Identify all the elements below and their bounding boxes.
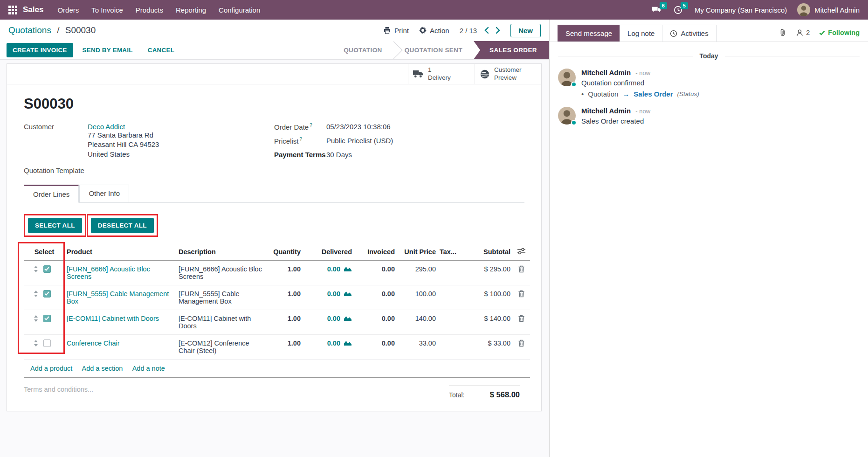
- send-message-button[interactable]: Send message: [558, 25, 620, 42]
- optional-columns-icon[interactable]: [512, 243, 530, 261]
- quantity-cell[interactable]: 1.00: [265, 334, 303, 359]
- tab-order-lines[interactable]: Order Lines: [24, 185, 79, 203]
- drag-handle-icon[interactable]: [34, 291, 38, 297]
- row-select-checkbox[interactable]: [43, 290, 51, 298]
- step-sales-order[interactable]: SALES ORDER: [474, 41, 549, 59]
- delivered-cell[interactable]: 0.00: [327, 265, 340, 273]
- message-author[interactable]: Mitchell Admin: [581, 69, 631, 76]
- product-link[interactable]: [FURN_6666] Acoustic Bloc Screens: [67, 265, 150, 280]
- menu-orders[interactable]: Orders: [57, 6, 79, 14]
- invoiced-cell[interactable]: 0.00: [354, 260, 397, 285]
- row-select-checkbox[interactable]: [43, 315, 51, 322]
- unit-price-cell[interactable]: 100.00: [397, 285, 438, 310]
- payment-terms-value[interactable]: 30 Days: [326, 151, 352, 159]
- pager-previous-icon[interactable]: [484, 27, 489, 34]
- add-a-product-link[interactable]: Add a product: [30, 365, 72, 372]
- customer-link[interactable]: Deco Addict: [88, 123, 159, 131]
- invoiced-cell[interactable]: 0.00: [354, 285, 397, 310]
- step-quotation-sent[interactable]: QUOTATION SENT: [393, 41, 474, 59]
- row-select-checkbox[interactable]: [43, 265, 51, 273]
- delivered-cell[interactable]: 0.00: [327, 290, 340, 298]
- header-select[interactable]: Select: [24, 243, 65, 261]
- pager-next-icon[interactable]: [496, 27, 500, 34]
- add-a-section-link[interactable]: Add a section: [82, 365, 123, 372]
- header-product[interactable]: Product: [65, 243, 177, 261]
- header-invoiced[interactable]: Invoiced: [354, 243, 397, 261]
- header-unit-price[interactable]: Unit Price: [397, 243, 438, 261]
- invoiced-cell[interactable]: 0.00: [354, 310, 397, 334]
- select-all-button[interactable]: SELECT ALL: [28, 218, 82, 233]
- delivery-smart-button[interactable]: 1 Delivery: [408, 64, 475, 84]
- header-taxes[interactable]: Tax...: [438, 243, 461, 261]
- row-select-checkbox[interactable]: [43, 339, 51, 347]
- terms-and-conditions-input[interactable]: Terms and conditions...: [24, 386, 93, 399]
- forecast-chart-icon[interactable]: [344, 266, 352, 272]
- apps-menu-icon[interactable]: [8, 6, 17, 14]
- order-date-value[interactable]: 05/23/2023 10:38:06: [326, 123, 391, 131]
- header-delivered[interactable]: Delivered: [303, 243, 354, 261]
- add-a-note-link[interactable]: Add a note: [132, 365, 165, 372]
- delete-row-icon[interactable]: [518, 315, 525, 322]
- forecast-chart-icon[interactable]: [344, 291, 352, 297]
- drag-handle-icon[interactable]: [34, 340, 38, 346]
- description-cell[interactable]: [FURN_6666] Acoustic Bloc Screens: [177, 260, 265, 285]
- breadcrumb-quotations[interactable]: Quotations: [8, 25, 51, 35]
- activities-button[interactable]: Activities: [662, 25, 716, 42]
- step-quotation[interactable]: QUOTATION: [332, 41, 393, 59]
- drag-handle-icon[interactable]: [34, 266, 38, 272]
- message-author[interactable]: Mitchell Admin: [581, 107, 631, 115]
- create-invoice-button[interactable]: CREATE INVOICE: [7, 43, 73, 57]
- delete-row-icon[interactable]: [518, 265, 525, 273]
- unit-price-cell[interactable]: 140.00: [397, 310, 438, 334]
- messages-icon[interactable]: 6: [651, 6, 661, 14]
- header-quantity[interactable]: Quantity: [265, 243, 303, 261]
- deselect-all-button[interactable]: DESELECT ALL: [91, 218, 154, 233]
- invoiced-cell[interactable]: 0.00: [354, 334, 397, 359]
- pricelist-value[interactable]: Public Pricelist (USD): [326, 137, 393, 145]
- header-subtotal[interactable]: Subtotal: [461, 243, 512, 261]
- new-button[interactable]: New: [510, 24, 541, 37]
- avatar[interactable]: [558, 107, 576, 125]
- user-menu[interactable]: Mitchell Admin: [814, 6, 860, 14]
- tab-other-info[interactable]: Other Info: [79, 185, 129, 202]
- app-name-sales[interactable]: Sales: [23, 5, 43, 14]
- description-cell[interactable]: [FURN_5555] Cable Management Box: [177, 285, 265, 310]
- cancel-button[interactable]: CANCEL: [142, 43, 180, 57]
- taxes-cell[interactable]: [438, 310, 461, 334]
- delivered-cell[interactable]: 0.00: [327, 339, 340, 347]
- customer-preview-smart-button[interactable]: Customer Preview: [475, 64, 541, 84]
- company-switcher[interactable]: My Company (San Francisco): [695, 6, 787, 14]
- quantity-cell[interactable]: 1.00: [265, 260, 303, 285]
- menu-reporting[interactable]: Reporting: [176, 6, 206, 14]
- followers-button[interactable]: 2: [796, 29, 810, 36]
- quantity-cell[interactable]: 1.00: [265, 285, 303, 310]
- product-link[interactable]: Conference Chair: [67, 339, 120, 347]
- taxes-cell[interactable]: [438, 260, 461, 285]
- description-cell[interactable]: [E-COM11] Cabinet with Doors: [177, 310, 265, 334]
- delete-row-icon[interactable]: [518, 339, 525, 347]
- menu-products[interactable]: Products: [136, 6, 163, 14]
- forecast-chart-icon[interactable]: [344, 340, 352, 346]
- taxes-cell[interactable]: [438, 285, 461, 310]
- log-note-button[interactable]: Log note: [620, 25, 662, 42]
- quantity-cell[interactable]: 1.00: [265, 310, 303, 334]
- activities-clock-icon[interactable]: 5: [674, 6, 682, 14]
- unit-price-cell[interactable]: 295.00: [397, 260, 438, 285]
- delete-row-icon[interactable]: [518, 290, 525, 298]
- attachment-paperclip-icon[interactable]: [779, 28, 786, 37]
- forecast-chart-icon[interactable]: [344, 315, 352, 321]
- product-link[interactable]: [E-COM11] Cabinet with Doors: [67, 315, 159, 322]
- action-button[interactable]: Action: [419, 27, 449, 35]
- following-button[interactable]: Following: [819, 29, 860, 36]
- user-avatar[interactable]: [797, 3, 810, 16]
- taxes-cell[interactable]: [438, 334, 461, 359]
- avatar[interactable]: [558, 69, 576, 86]
- print-button[interactable]: Print: [383, 27, 409, 35]
- menu-to-invoice[interactable]: To Invoice: [91, 6, 123, 14]
- drag-handle-icon[interactable]: [34, 315, 38, 322]
- unit-price-cell[interactable]: 33.00: [397, 334, 438, 359]
- delivered-cell[interactable]: 0.00: [327, 315, 340, 322]
- header-description[interactable]: Description: [177, 243, 265, 261]
- product-link[interactable]: [FURN_5555] Cable Management Box: [67, 290, 169, 305]
- send-by-email-button[interactable]: SEND BY EMAIL: [77, 43, 138, 57]
